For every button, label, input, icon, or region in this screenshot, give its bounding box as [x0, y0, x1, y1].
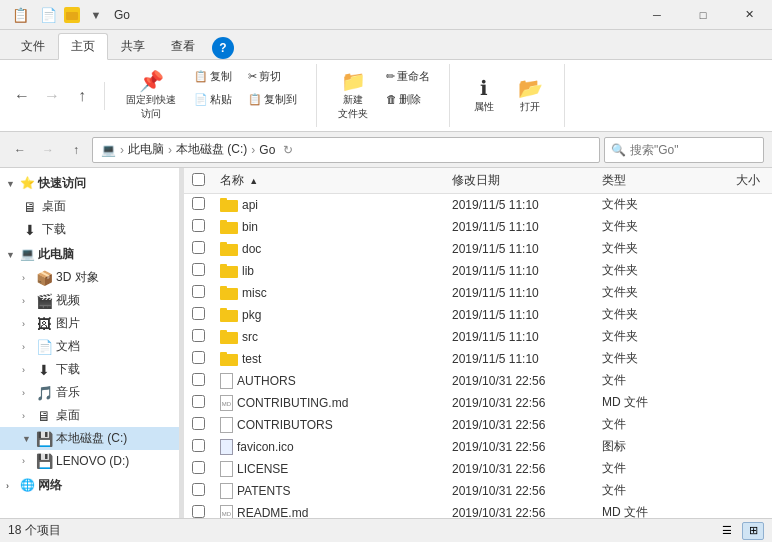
table-row[interactable]: src 2019/11/5 11:10 文件夹 [184, 326, 772, 348]
search-box[interactable]: 🔍 [604, 137, 764, 163]
sidebar-item-lenovo[interactable]: › 💾 LENOVO (D:) [0, 450, 179, 472]
sidebar-header-this-pc[interactable]: ▼ 💻 此电脑 [0, 243, 179, 266]
sidebar-item-video[interactable]: › 🎬 视频 [0, 289, 179, 312]
address-box[interactable]: 💻 › 此电脑 › 本地磁盘 (C:) › Go ↻ [92, 137, 600, 163]
properties-icon: ℹ [480, 78, 488, 98]
sidebar-item-pictures[interactable]: › 🖼 图片 [0, 312, 179, 335]
type-col-header[interactable]: 类型 [602, 172, 702, 189]
row-select-checkbox[interactable] [192, 285, 205, 298]
breadcrumb-go[interactable]: Go [259, 143, 275, 157]
row-select-checkbox[interactable] [192, 307, 205, 320]
table-row[interactable]: CONTRIBUTORS 2019/10/31 22:56 文件 [184, 414, 772, 436]
table-row[interactable]: LICENSE 2019/10/31 22:56 文件 [184, 458, 772, 480]
delete-button[interactable]: 🗑 删除 [379, 89, 437, 110]
row-select-checkbox[interactable] [192, 351, 205, 364]
copy-button[interactable]: 📋 复制 [187, 66, 239, 87]
table-row[interactable]: AUTHORS 2019/10/31 22:56 文件 [184, 370, 772, 392]
row-select-checkbox[interactable] [192, 483, 205, 496]
sidebar-header-quick-access[interactable]: ▼ ⭐ 快速访问 [0, 172, 179, 195]
pin-quick-access-button[interactable]: 📌 固定到快速访问 [117, 66, 185, 126]
table-row[interactable]: lib 2019/11/5 11:10 文件夹 [184, 260, 772, 282]
forward-button[interactable]: → [38, 82, 66, 110]
table-row[interactable]: doc 2019/11/5 11:10 文件夹 [184, 238, 772, 260]
forward-nav-button[interactable]: → [36, 138, 60, 162]
row-select-checkbox[interactable] [192, 197, 205, 210]
file-type-cell: 文件 [602, 372, 702, 389]
folder-icon [64, 7, 80, 23]
sidebar-item-desktop2[interactable]: › 🖥 桌面 [0, 404, 179, 427]
row-select-checkbox[interactable] [192, 461, 205, 474]
sidebar-item-3d[interactable]: › 📦 3D 对象 [0, 266, 179, 289]
cut-button[interactable]: ✂ 剪切 [241, 66, 304, 87]
sidebar-item-documents[interactable]: › 📄 文档 [0, 335, 179, 358]
up-nav-button[interactable]: ↑ [64, 138, 88, 162]
table-row[interactable]: bin 2019/11/5 11:10 文件夹 [184, 216, 772, 238]
file-type-cell: 文件夹 [602, 240, 702, 257]
row-select-checkbox[interactable] [192, 241, 205, 254]
tab-file[interactable]: 文件 [8, 33, 58, 59]
breadcrumb-local-disk[interactable]: 本地磁盘 (C:) [176, 141, 247, 158]
row-select-checkbox[interactable] [192, 219, 205, 232]
file-type-cell: 文件夹 [602, 218, 702, 235]
row-select-checkbox[interactable] [192, 417, 205, 430]
back-nav-button[interactable]: ← [8, 138, 32, 162]
svg-rect-2 [66, 10, 71, 12]
row-checkbox [184, 241, 212, 257]
file-date-cell: 2019/11/5 11:10 [452, 198, 602, 212]
file-date-cell: 2019/11/5 11:10 [452, 220, 602, 234]
table-row[interactable]: test 2019/11/5 11:10 文件夹 [184, 348, 772, 370]
sidebar-this-pc-label: 💻 此电脑 [20, 246, 74, 263]
row-select-checkbox[interactable] [192, 395, 205, 408]
up-button[interactable]: ↑ [68, 82, 96, 110]
close-button[interactable]: ✕ [726, 0, 772, 30]
copy-to-button[interactable]: 📋 复制到 [241, 89, 304, 110]
titlebar-icon1[interactable]: 📋 [8, 3, 32, 27]
properties-button[interactable]: ℹ 属性 [462, 73, 506, 119]
sidebar-item-download[interactable]: ⬇ 下载 📌 [0, 218, 179, 241]
help-button[interactable]: ? [212, 37, 234, 59]
table-row[interactable]: PATENTS 2019/10/31 22:56 文件 [184, 480, 772, 502]
row-select-checkbox[interactable] [192, 373, 205, 386]
table-row[interactable]: favicon.ico 2019/10/31 22:56 图标 [184, 436, 772, 458]
row-select-checkbox[interactable] [192, 263, 205, 276]
table-row[interactable]: api 2019/11/5 11:10 文件夹 [184, 194, 772, 216]
file-date-cell: 2019/11/5 11:10 [452, 330, 602, 344]
tab-view[interactable]: 查看 [158, 33, 208, 59]
sidebar-item-local-disk[interactable]: ▼ 💾 本地磁盘 (C:) [0, 427, 179, 450]
refresh-icon[interactable]: ↻ [283, 143, 293, 157]
title-bar: 📋 📄 ▼ Go ─ □ ✕ [0, 0, 772, 30]
table-row[interactable]: MD CONTRIBUTING.md 2019/10/31 22:56 MD 文… [184, 392, 772, 414]
minimize-button[interactable]: ─ [634, 0, 680, 30]
row-select-checkbox[interactable] [192, 439, 205, 452]
select-all-checkbox[interactable] [192, 173, 205, 186]
sidebar-item-desktop[interactable]: 🖥 桌面 📌 [0, 195, 179, 218]
tab-share[interactable]: 共享 [108, 33, 158, 59]
search-input[interactable] [630, 143, 772, 157]
titlebar-dropdown[interactable]: ▼ [84, 3, 108, 27]
table-row[interactable]: pkg 2019/11/5 11:10 文件夹 [184, 304, 772, 326]
expand-arrow-this-pc: ▼ [6, 250, 16, 260]
size-col-header[interactable]: 大小 [702, 172, 772, 189]
sidebar-item-music[interactable]: › 🎵 音乐 [0, 381, 179, 404]
rename-button[interactable]: ✏ 重命名 [379, 66, 437, 87]
tab-home[interactable]: 主页 [58, 33, 108, 60]
name-col-header[interactable]: 名称 ▲ [212, 172, 452, 189]
open-button[interactable]: 📂 打开 [508, 73, 552, 119]
table-row[interactable]: MD README.md 2019/10/31 22:56 MD 文件 [184, 502, 772, 518]
title-bar-controls: ─ □ ✕ [634, 0, 772, 30]
sidebar-item-downloads2[interactable]: › ⬇ 下载 [0, 358, 179, 381]
back-button[interactable]: ← [8, 82, 36, 110]
row-select-checkbox[interactable] [192, 505, 205, 518]
date-col-header[interactable]: 修改日期 [452, 172, 602, 189]
new-folder-button[interactable]: 📁 新建文件夹 [329, 66, 377, 126]
tiles-view-button[interactable]: ⊞ [742, 522, 764, 540]
maximize-button[interactable]: □ [680, 0, 726, 30]
paste-button[interactable]: 📄 粘贴 [187, 89, 239, 110]
titlebar-icon2[interactable]: 📄 [36, 3, 60, 27]
breadcrumb-this-pc[interactable]: 此电脑 [128, 141, 164, 158]
table-row[interactable]: misc 2019/11/5 11:10 文件夹 [184, 282, 772, 304]
row-select-checkbox[interactable] [192, 329, 205, 342]
details-view-button[interactable]: ☰ [716, 522, 738, 540]
sidebar-header-network[interactable]: › 🌐 网络 [0, 474, 179, 497]
row-checkbox [184, 329, 212, 345]
